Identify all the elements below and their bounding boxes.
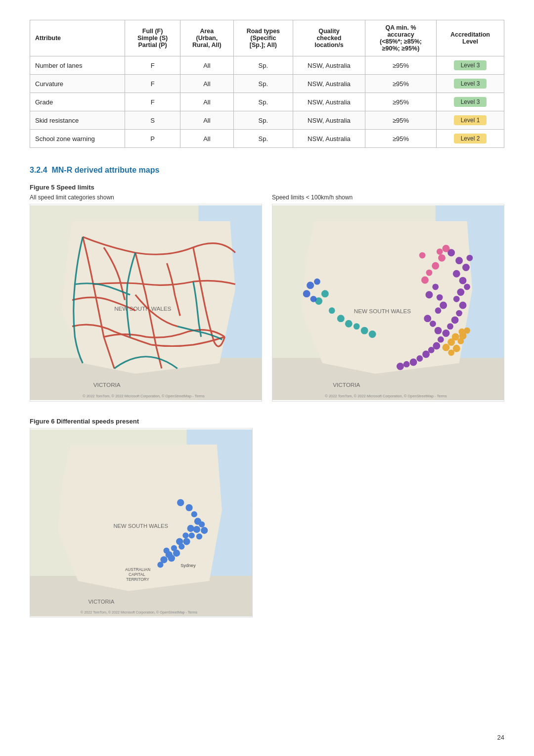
table-cell-level: Level 1 [436,111,504,130]
svg-point-50 [452,333,459,340]
svg-text:© 2022 TomTom, © 2022 Microsof: © 2022 TomTom, © 2022 Microsoft Corporat… [325,394,447,398]
table-row: School zone warningPAllSp.NSW, Australia… [30,130,504,148]
table-cell-level: Level 3 [436,56,504,75]
svg-text:Sydney: Sydney [180,563,196,567]
svg-point-63 [329,307,335,314]
table-cell-1: P [125,130,180,148]
table-cell-2: All [180,93,233,111]
svg-point-64 [337,315,345,322]
table-cell-4: NSW, Australia [293,111,365,130]
table-cell-1: F [125,56,180,75]
svg-point-26 [451,316,459,324]
svg-point-100 [183,538,190,545]
svg-text:NEW SOUTH WALES: NEW SOUTH WALES [114,305,171,312]
svg-point-54 [438,254,445,262]
table-cell-3: Sp. [233,130,293,148]
table-cell-1: F [125,93,180,111]
svg-point-16 [455,257,463,264]
svg-point-68 [369,331,376,338]
table-cell-4: NSW, Australia [293,93,365,111]
section-title: MN-R derived attribute maps [51,166,159,174]
svg-text:AUSTRALIAN: AUSTRALIAN [125,567,150,571]
svg-text:VICTORIA: VICTORIA [88,599,114,605]
map2-svg: VICTORIA NEW SOUTH WALES [272,204,504,401]
table-cell-1: S [125,111,180,130]
figure6-map-container: VICTORIA NEW SOUTH WALES Sydney AUSTRALI… [30,428,253,618]
svg-point-86 [185,504,192,511]
svg-point-98 [173,549,180,556]
figure6-map-row: VICTORIA NEW SOUTH WALES Sydney AUSTRALI… [30,428,504,618]
table-cell-5: ≥95% [365,93,437,111]
svg-text:© 2022 TomTom, © 2022 Microsof: © 2022 TomTom, © 2022 Microsoft Corporat… [83,394,205,398]
table-cell-1: F [125,75,180,93]
table-cell-level: Level 3 [436,93,504,111]
svg-point-23 [453,296,460,302]
table-cell-3: Sp. [233,111,293,130]
svg-point-40 [440,302,447,309]
svg-point-52 [443,344,450,351]
svg-point-60 [437,248,443,255]
svg-point-32 [422,351,430,358]
section-heading: 3.2.4 MN-R derived attribute maps [30,166,159,174]
svg-text:NEW SOUTH WALES: NEW SOUTH WALES [354,308,411,314]
level-badge: Level 3 [454,60,487,70]
svg-point-27 [447,323,453,330]
table-cell-2: All [180,75,233,93]
svg-point-65 [345,320,353,328]
svg-text:NEW SOUTH WALES: NEW SOUTH WALES [113,522,168,528]
svg-point-17 [462,264,470,271]
svg-point-104 [201,526,208,533]
svg-point-19 [453,270,460,278]
table-row: Number of lanesFAllSp.NSW, Australia≥95%… [30,56,504,75]
table-cell-3: Sp. [233,56,293,75]
svg-point-53 [448,349,454,356]
figure6-label: Figure 6 Differential speeds present [30,418,504,425]
col-header-quality: Qualitycheckedlocation/s [293,20,365,56]
figure5-maps-row: All speed limit categories shown VICTORI… [30,194,504,402]
svg-point-89 [187,524,194,531]
figure5-map1-caption: All speed limit categories shown [30,194,262,201]
table-cell-2: All [180,130,233,148]
svg-point-25 [456,310,462,317]
svg-point-38 [426,291,433,298]
table-cell-0: Number of lanes [30,56,125,75]
svg-point-59 [443,245,450,252]
svg-point-71 [303,290,311,297]
svg-point-33 [416,355,423,362]
col-header-full: Full (F)Simple (S)Partial (P) [125,20,180,56]
table-cell-level: Level 2 [436,130,504,148]
svg-point-70 [314,279,320,285]
svg-point-57 [421,277,429,284]
data-table: Attribute Full (F)Simple (S)Partial (P) … [30,20,504,148]
svg-point-58 [419,252,426,259]
col-header-road: Road types(Specific[Sp.]; All) [233,20,293,56]
svg-point-36 [397,363,404,370]
table-cell-5: ≥95% [365,111,437,130]
svg-point-44 [435,327,442,334]
page-number: 24 [497,734,504,741]
table-cell-4: NSW, Australia [293,56,365,75]
svg-point-97 [164,547,170,553]
table-row: Skid resistanceSAllSp.NSW, Australia≥95%… [30,111,504,130]
table-cell-level: Level 3 [436,75,504,93]
col-header-level: AccreditationLevel [436,20,504,56]
col-header-qa: QA min. %accuracy(<85%*; ≥85%;≥90%; ≥95%… [365,20,437,56]
col-header-attribute: Attribute [30,20,125,56]
svg-point-56 [426,270,433,276]
svg-point-69 [307,282,314,289]
svg-point-34 [410,358,417,366]
svg-text:© 2022 TomTom, © 2022 Microsof: © 2022 TomTom, © 2022 Microsoft Corporat… [81,611,197,614]
svg-text:TERRITORY: TERRITORY [126,577,149,582]
table-cell-2: All [180,111,233,130]
figure6-map: VICTORIA NEW SOUTH WALES Sydney AUSTRALI… [30,428,253,618]
svg-text:VICTORIA: VICTORIA [93,381,121,388]
table-cell-5: ≥95% [365,75,437,93]
section-number: 3.2.4 [30,166,47,174]
table-cell-0: Grade [30,93,125,111]
svg-point-37 [432,284,439,290]
table-row: CurvatureFAllSp.NSW, Australia≥95%Level … [30,75,504,93]
figure5-map1: VICTORIA NEW SOUTH WALES [30,204,262,402]
figure5-map2-col: Speed limits < 100km/h shown VICTORIA NE… [272,194,504,402]
svg-point-67 [361,327,368,334]
level-badge: Level 3 [454,97,487,107]
